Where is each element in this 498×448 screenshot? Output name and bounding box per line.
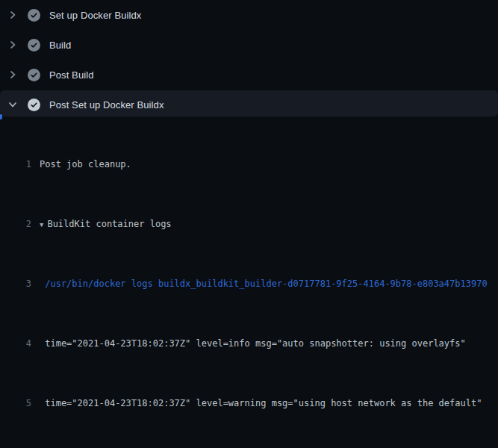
log-line-message: time="2021-04-23T18:02:37Z" level=info m…	[40, 338, 466, 349]
log-line: 2 ▼BuildKit container logs	[0, 217, 498, 231]
check-circle-icon	[28, 9, 40, 22]
check-circle-icon	[28, 69, 40, 81]
check-circle-icon	[28, 99, 40, 111]
step-label: Post Build	[49, 69, 94, 81]
actions-log-viewer: Set up Docker Buildx Build Post Build Po…	[0, 0, 498, 448]
step-row-post-set-up-docker-buildx[interactable]: Post Set up Docker Buildx	[0, 90, 498, 119]
focus-indicator-fragment	[0, 114, 2, 119]
log-line-number[interactable]: 3	[0, 276, 31, 291]
log-line: 1 Post job cleanup.	[0, 157, 498, 172]
chevron-right-icon[interactable]	[8, 10, 17, 19]
step-row-post-build[interactable]: Post Build	[0, 60, 498, 90]
steps-list: Set up Docker Buildx Build Post Build Po…	[0, 0, 498, 119]
log-line-message: time="2021-04-23T18:02:37Z" level=warnin…	[40, 398, 482, 408]
log-line-message: Post job cleanup.	[40, 159, 131, 169]
log-line-number[interactable]: 5	[0, 396, 31, 411]
log-line-number[interactable]: 2	[0, 217, 31, 231]
chevron-down-icon[interactable]	[8, 100, 17, 109]
chevron-right-icon[interactable]	[8, 40, 17, 49]
chevron-right-icon[interactable]	[8, 70, 17, 79]
log-line-number[interactable]: 1	[0, 157, 31, 172]
step-label: Post Set up Docker Buildx	[49, 99, 164, 111]
log-line-text: time="2021-04-23T18:02:37Z" level=info m…	[40, 336, 466, 351]
log-line: 3 /usr/bin/docker logs buildx_buildkit_b…	[0, 276, 498, 291]
step-row-build[interactable]: Build	[0, 30, 498, 60]
log-line-text: Post job cleanup.	[40, 157, 131, 172]
log-line-number[interactable]: 4	[0, 336, 31, 351]
log-line-message: BuildKit container logs	[47, 219, 171, 229]
step-label: Set up Docker Buildx	[49, 10, 141, 21]
log-line-text: time="2021-04-23T18:02:37Z" level=warnin…	[40, 396, 482, 411]
step-label: Build	[49, 40, 71, 51]
log-line-text: /usr/bin/docker logs buildx_buildkit_bui…	[40, 276, 488, 291]
triangle-down-icon[interactable]: ▼	[40, 221, 43, 228]
log-line: 5 time="2021-04-23T18:02:37Z" level=warn…	[0, 396, 498, 411]
check-circle-icon	[28, 39, 40, 52]
log-line: 4 time="2021-04-23T18:02:37Z" level=info…	[0, 336, 498, 351]
log-line-text: ▼BuildKit container logs	[40, 217, 172, 231]
step-row-set-up-docker-buildx[interactable]: Set up Docker Buildx	[0, 0, 498, 30]
log-area: 1 Post job cleanup. 2 ▼BuildKit containe…	[0, 119, 498, 448]
log-line-message: /usr/bin/docker logs buildx_buildkit_bui…	[40, 279, 488, 289]
